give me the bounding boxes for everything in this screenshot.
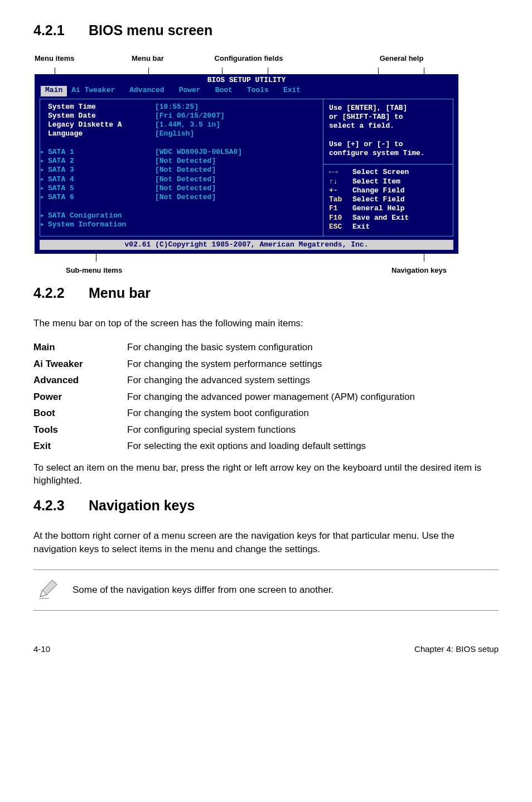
definition-row: PowerFor changing the advanced power man… [33,390,499,404]
sub-menu-item[interactable]: SATA Coniguration [48,211,155,220]
sub-menu-item[interactable]: SATA 4 [48,175,155,184]
nav-key-row: +-Change Field [329,186,447,195]
field-value: [Not Detected] [155,184,317,193]
section-4-2-1-title: 4.2.1 BIOS menu screen [33,22,499,38]
anno-config-fields: Configuration fields [199,54,299,62]
section-4-2-2-num: 4.2.2 [33,285,85,301]
definition-desc: For changing the advanced system setting… [127,373,499,388]
bios-tab-boot[interactable]: Boot [211,86,243,96]
anno-sub-menu: Sub-menu items [66,266,122,274]
nav-key: F10 [329,214,352,223]
field-value: [WDC WD800JD-00LSA0] [155,148,317,157]
definition-desc: For changing the basic system configurat… [127,340,499,355]
bios-tab-ai-tweaker[interactable]: Ai Tweaker [67,86,125,96]
field-value[interactable]: [Fri 06/15/2007] [155,112,317,120]
field-label[interactable]: System Date [48,112,155,120]
field-label[interactable]: Language [48,129,155,138]
definition-desc: For changing the system boot configurati… [127,406,499,421]
bios-setup-utility: BIOS SETUP UTILITY Main Ai Tweaker Advan… [35,74,458,254]
nav-key-row: TabSelect Field [329,195,447,204]
nav-key: ESC [329,223,352,231]
definition-term: Main [33,340,127,355]
anno-general-help: General help [357,54,446,62]
field-value: [Not Detected] [155,157,317,166]
sub-menu-item[interactable]: SATA 1 [48,148,155,157]
field-label[interactable]: Legacy Diskette A [48,120,155,129]
definition-term: Exit [33,439,127,453]
bios-title: BIOS SETUP UTILITY [35,75,458,85]
nav-key-row: F10Save and Exit [329,214,447,223]
s422-intro: The menu bar on top of the screen has th… [33,317,499,330]
help-line: configure system Time. [329,149,447,158]
field-value[interactable]: [10:55:25] [155,103,317,112]
bios-menubar: Main Ai Tweaker Advanced Power Boot Tool… [35,85,458,98]
bios-right-panel: Use [ENTER], [TAB]or [SHIFT-TAB] toselec… [323,99,453,237]
nav-key-label: Exit [352,223,370,231]
field-value[interactable]: [English] [155,129,317,138]
definition-row: Ai TweakerFor changing the system perfor… [33,357,499,371]
definition-row: AdvancedFor changing the advanced system… [33,373,499,388]
field-value [155,220,317,229]
nav-key-label: Select Screen [352,168,409,177]
nav-key: ←→ [329,168,352,177]
menu-bar-definitions: MainFor changing the basic system config… [33,340,499,453]
bios-tab-tools[interactable]: Tools [243,86,279,96]
section-4-2-3-title: 4.2.3 Navigation keys [33,497,499,514]
bios-tab-advanced[interactable]: Advanced [125,86,174,96]
nav-key: ↑↓ [329,177,352,186]
definition-desc: For changing the system performance sett… [127,357,499,371]
nav-key: Tab [329,195,352,204]
field-value [155,211,317,220]
nav-key: F1 [329,204,352,213]
section-4-2-2-title: 4.2.2 Menu bar [33,285,499,301]
definition-term: Advanced [33,373,127,388]
nav-key-label: Save and Exit [352,214,409,223]
nav-key-label: Select Item [352,177,400,186]
sub-menu-item[interactable]: SATA 2 [48,157,155,166]
definition-desc: For changing the advanced power manageme… [127,390,499,404]
footer-page-num: 4-10 [33,644,50,654]
field-value: [Not Detected] [155,175,317,184]
help-line [329,131,447,139]
field-value[interactable]: [1.44M, 3.5 in] [155,120,317,129]
nav-key-label: General Help [352,204,405,213]
definition-term: Ai Tweaker [33,357,127,371]
field-label[interactable]: System Time [48,103,155,112]
nav-key: +- [329,186,352,195]
bios-tab-power[interactable]: Power [175,86,211,96]
field-value: [Not Detected] [155,166,317,175]
definition-term: Tools [33,423,127,437]
bios-tab-exit[interactable]: Exit [279,86,311,96]
definition-row: ToolsFor configuring special system func… [33,423,499,437]
anno-menu-bar: Menu bar [132,54,164,62]
anno-nav-keys: Navigation keys [391,266,447,274]
sub-menu-item[interactable]: System Information [48,220,155,229]
page-footer: 4-10 Chapter 4: BIOS setup [33,644,499,654]
sub-menu-item[interactable]: SATA 3 [48,166,155,175]
help-line: Use [+] or [-] to [329,140,447,149]
top-annotation-row: Menu items Menu bar Configuration fields… [33,54,499,67]
bios-copyright: v02.61 (C)Copyright 1985-2007, American … [40,240,453,250]
sub-menu-item[interactable]: SATA 6 [48,193,155,202]
s423-body: At the bottom right corner of a menu scr… [33,529,499,556]
note-box: Some of the navigation keys differ from … [33,569,499,611]
section-4-2-3-num: 4.2.3 [33,497,85,514]
section-4-2-3-text: Navigation keys [89,497,195,513]
help-line: select a field. [329,122,447,131]
help-line: or [SHIFT-TAB] to [329,113,447,122]
definition-row: ExitFor selecting the exit options and l… [33,439,499,453]
footer-chapter: Chapter 4: BIOS setup [414,644,499,654]
bios-left-panel: System Time[10:55:25]System Date[Fri 06/… [40,99,323,237]
definition-row: BootFor changing the system boot configu… [33,406,499,421]
definition-row: MainFor changing the basic system config… [33,340,499,355]
sub-menu-item[interactable]: SATA 5 [48,184,155,193]
bios-tab-main[interactable]: Main [41,86,67,96]
field-value: [Not Detected] [155,193,317,202]
nav-key-row: ↑↓Select Item [329,177,447,186]
definition-desc: For configuring special system functions [127,423,499,437]
help-line: Use [ENTER], [TAB] [329,104,447,113]
note-text: Some of the navigation keys differ from … [72,584,499,596]
nav-key-row: ←→Select Screen [329,168,447,177]
bottom-annotation-row: Sub-menu items Navigation keys [33,254,499,281]
top-annotation-ticks [33,67,499,74]
